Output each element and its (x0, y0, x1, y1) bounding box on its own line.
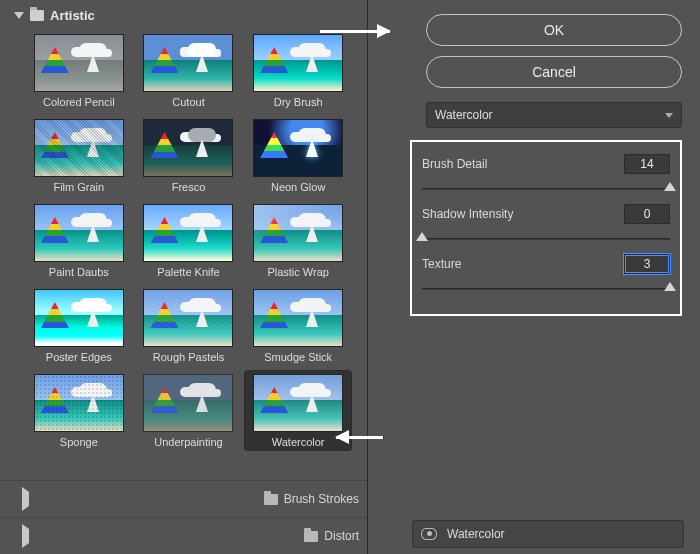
visibility-eye-icon[interactable] (421, 528, 437, 540)
filter-thumbnail-grid: Colored PencilCutoutDry BrushFilm GrainF… (0, 29, 367, 480)
filter-thumb-neon-glow[interactable]: Neon Glow (245, 116, 351, 195)
category-label: Distort (324, 529, 359, 543)
filter-thumb-label: Smudge Stick (264, 351, 332, 363)
filter-thumb-colored-pencil[interactable]: Colored Pencil (26, 31, 132, 110)
shadow-intensity-input[interactable] (624, 204, 670, 224)
texture-input[interactable] (624, 254, 670, 274)
filter-thumb-label: Cutout (172, 96, 204, 108)
filter-thumb-label: Plastic Wrap (267, 266, 329, 278)
filter-thumb-palette-knife[interactable]: Palette Knife (136, 201, 242, 280)
slider-handle-icon[interactable] (416, 232, 428, 241)
collapsed-category-list: Brush Strokes Distort (0, 480, 367, 554)
filter-preview-image (143, 34, 233, 92)
category-brush-strokes[interactable]: Brush Strokes (0, 481, 367, 517)
slider-track (422, 288, 670, 290)
filter-thumb-dry-brush[interactable]: Dry Brush (245, 31, 351, 110)
param-label: Texture (422, 257, 461, 271)
filter-preview-image (143, 289, 233, 347)
filter-thumb-label: Rough Pastels (153, 351, 225, 363)
filter-thumb-label: Colored Pencil (43, 96, 115, 108)
filter-thumb-label: Film Grain (53, 181, 104, 193)
filter-thumb-fresco[interactable]: Fresco (136, 116, 242, 195)
cancel-button[interactable]: Cancel (426, 56, 682, 88)
filter-thumb-cutout[interactable]: Cutout (136, 31, 242, 110)
slider-handle-icon[interactable] (664, 182, 676, 191)
folder-icon (304, 531, 318, 542)
filter-thumb-label: Paint Daubs (49, 266, 109, 278)
filter-thumb-label: Watercolor (272, 436, 325, 448)
filter-preview-image (34, 204, 124, 262)
filter-preview-image (253, 289, 343, 347)
filter-thumb-sponge[interactable]: Sponge (26, 371, 132, 450)
ok-button[interactable]: OK (426, 14, 682, 46)
category-distort[interactable]: Distort (0, 517, 367, 554)
filter-preview-image (253, 374, 343, 432)
filter-thumb-label: Poster Edges (46, 351, 112, 363)
param-label: Brush Detail (422, 157, 487, 171)
filter-thumb-poster-edges[interactable]: Poster Edges (26, 286, 132, 365)
filter-dropdown-value: Watercolor (435, 108, 493, 122)
brush-detail-slider[interactable] (422, 182, 670, 196)
filter-dropdown[interactable]: Watercolor (426, 102, 682, 128)
filter-thumb-label: Dry Brush (274, 96, 323, 108)
filter-preview-image (143, 119, 233, 177)
filter-thumb-label: Palette Knife (157, 266, 219, 278)
param-brush-detail: Brush Detail (422, 154, 670, 174)
filter-settings-panel: OK Cancel Watercolor Brush Detail Shadow… (368, 0, 700, 554)
param-label: Shadow Intensity (422, 207, 513, 221)
effect-layer-row[interactable]: Watercolor (412, 520, 684, 548)
texture-slider[interactable] (422, 282, 670, 296)
param-texture: Texture (422, 254, 670, 274)
shadow-intensity-slider[interactable] (422, 232, 670, 246)
filter-thumb-smudge-stick[interactable]: Smudge Stick (245, 286, 351, 365)
annotation-arrow-watercolor (336, 436, 384, 439)
chevron-down-icon (665, 113, 673, 118)
folder-icon (264, 494, 278, 505)
filter-preview-image (253, 204, 343, 262)
filter-preview-image (34, 374, 124, 432)
category-label: Artistic (50, 8, 95, 23)
filter-thumb-rough-pastels[interactable]: Rough Pastels (136, 286, 242, 365)
filter-thumb-plastic-wrap[interactable]: Plastic Wrap (245, 201, 351, 280)
category-label: Brush Strokes (284, 492, 359, 506)
slider-track (422, 188, 670, 190)
chevron-down-icon (14, 12, 24, 19)
chevron-right-icon (22, 487, 258, 511)
filter-thumb-label: Neon Glow (271, 181, 325, 193)
filter-thumb-underpainting[interactable]: Underpainting (136, 371, 242, 450)
filter-gallery-panel: Artistic Colored PencilCutoutDry BrushFi… (0, 0, 368, 554)
filter-preview-image (143, 204, 233, 262)
folder-open-icon (30, 10, 44, 21)
param-shadow-intensity: Shadow Intensity (422, 204, 670, 224)
filter-preview-image (253, 34, 343, 92)
filter-preview-image (34, 34, 124, 92)
filter-preview-image (143, 374, 233, 432)
filter-thumb-label: Underpainting (154, 436, 223, 448)
effect-layer-label: Watercolor (447, 527, 505, 541)
filter-thumb-film-grain[interactable]: Film Grain (26, 116, 132, 195)
chevron-right-icon (22, 524, 298, 548)
filter-thumb-label: Fresco (172, 181, 206, 193)
filter-parameters-box: Brush Detail Shadow Intensity Texture (410, 140, 682, 316)
filter-thumb-label: Sponge (60, 436, 98, 448)
filter-thumb-paint-daubs[interactable]: Paint Daubs (26, 201, 132, 280)
brush-detail-input[interactable] (624, 154, 670, 174)
slider-track (422, 238, 670, 240)
slider-handle-icon[interactable] (664, 282, 676, 291)
filter-preview-image (34, 289, 124, 347)
filter-preview-image (253, 119, 343, 177)
annotation-arrow-ok (320, 30, 390, 33)
category-artistic-header[interactable]: Artistic (0, 0, 367, 29)
filter-preview-image (34, 119, 124, 177)
